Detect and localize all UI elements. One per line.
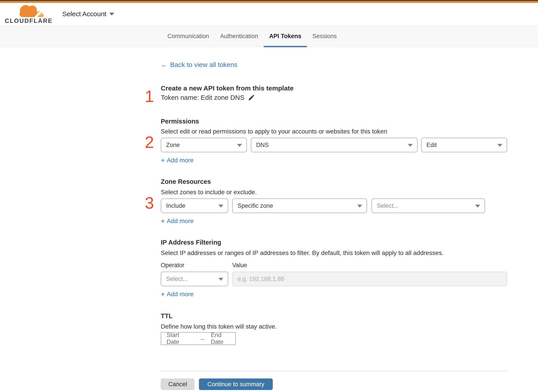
plus-icon: + — [161, 218, 165, 225]
chevron-down-icon — [109, 13, 114, 15]
back-link-label: Back to view all tokens — [170, 61, 237, 69]
ip-operator-select[interactable]: Select... — [161, 272, 228, 286]
tab-bar: Communication Authentication API Tokens … — [0, 25, 538, 47]
ttl-description: Define how long this token will stay act… — [161, 323, 277, 330]
zone-include-select[interactable]: Include — [161, 198, 228, 213]
footer-divider — [161, 371, 508, 371]
brand-top-bar — [0, 0, 538, 3]
operator-label: Operator — [161, 262, 184, 269]
footer-actions: Cancel Continue to summary — [161, 378, 273, 390]
zone-resources-description: Select zones to include or exclude. — [161, 189, 257, 196]
account-selector[interactable]: Select Account — [62, 3, 114, 25]
arrow-right-icon: → — [199, 335, 205, 342]
ip-filtering-description: Select IP addresses or ranges of IP addr… — [161, 249, 444, 257]
step-number-3: 3 — [145, 195, 154, 211]
pencil-icon — [248, 94, 255, 101]
chevron-down-icon — [237, 144, 242, 147]
end-date-field[interactable]: End Date — [211, 332, 235, 345]
continue-to-summary-button[interactable]: Continue to summary — [199, 378, 273, 390]
permission-group-select[interactable]: DNS — [251, 138, 418, 152]
tab-sessions[interactable]: Sessions — [307, 25, 342, 47]
ip-filtering-heading: IP Address Filtering — [161, 239, 221, 246]
permissions-heading: Permissions — [161, 118, 199, 125]
token-name-line: Token name: Edit zone DNS — [161, 94, 255, 101]
tab-communication[interactable]: Communication — [162, 25, 215, 47]
ip-filtering-row: Select... — [161, 272, 508, 286]
zone-resources-add-more-link[interactable]: + Add more — [161, 218, 194, 225]
ip-filtering-add-more-link[interactable]: + Add more — [161, 291, 194, 298]
zone-type-select[interactable]: Specific zone — [232, 198, 367, 213]
zone-name-select[interactable]: Select... — [371, 198, 485, 213]
header: CLOUDFLARE Select Account — [0, 3, 538, 25]
permissions-add-more-link[interactable]: + Add more — [161, 157, 194, 164]
chevron-down-icon — [218, 205, 223, 208]
back-to-tokens-link[interactable]: ← Back to view all tokens — [161, 61, 237, 69]
zone-resources-row: Include Specific zone Select... — [161, 198, 508, 213]
chevron-down-icon — [357, 205, 362, 208]
chevron-down-icon — [408, 144, 413, 147]
page: CLOUDFLARE Select Account Communication … — [0, 0, 538, 392]
zone-resources-heading: Zone Resources — [161, 178, 211, 185]
token-name-text: Token name: Edit zone DNS — [161, 94, 244, 101]
cloudflare-logo[interactable]: CLOUDFLARE — [7, 4, 50, 24]
ttl-heading: TTL — [161, 313, 173, 320]
chevron-down-icon — [218, 278, 223, 281]
ttl-date-range-picker[interactable]: Start Date → End Date — [161, 332, 236, 345]
main-content: ← Back to view all tokens 1 Create a new… — [161, 47, 508, 392]
permission-scope-select[interactable]: Zone — [161, 138, 247, 152]
permissions-row: Zone DNS Edit — [161, 138, 508, 152]
ip-value-input[interactable] — [232, 272, 507, 286]
edit-token-name-button[interactable] — [248, 94, 255, 101]
cloudflare-wordmark: CLOUDFLARE — [5, 18, 53, 24]
back-arrow-icon: ← — [161, 61, 168, 69]
tab-authentication[interactable]: Authentication — [215, 25, 264, 47]
value-label: Value — [232, 262, 247, 269]
create-token-heading: Create a new API token from this templat… — [161, 84, 294, 92]
cloudflare-cloud-icon — [12, 4, 46, 18]
permissions-description: Select edit or read permissions to apply… — [161, 128, 387, 135]
chevron-down-icon — [475, 205, 480, 208]
permission-level-select[interactable]: Edit — [421, 138, 507, 152]
account-selector-label: Select Account — [62, 10, 106, 18]
plus-icon: + — [161, 157, 165, 164]
plus-icon: + — [161, 291, 165, 298]
start-date-field[interactable]: Start Date — [167, 332, 193, 345]
cancel-button[interactable]: Cancel — [161, 378, 195, 390]
step-number-1: 1 — [145, 88, 154, 105]
step-number-2: 2 — [145, 134, 154, 150]
chevron-down-icon — [497, 144, 502, 147]
tab-api-tokens[interactable]: API Tokens — [264, 25, 307, 47]
